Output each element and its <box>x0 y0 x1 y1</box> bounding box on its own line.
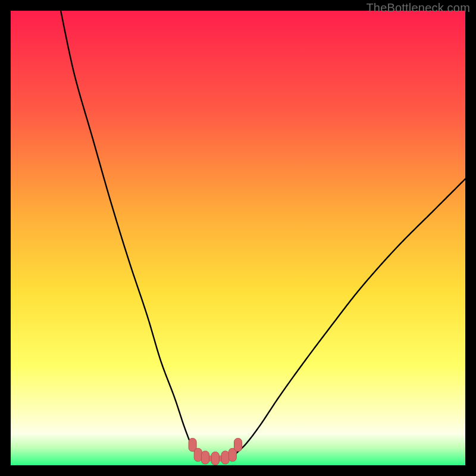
gradient-background <box>11 11 465 465</box>
data-marker <box>194 448 202 461</box>
data-marker <box>211 452 219 465</box>
data-marker <box>221 451 229 464</box>
bottleneck-chart <box>11 11 465 465</box>
watermark-text: TheBottleneck.com <box>366 1 470 15</box>
data-marker <box>201 451 209 464</box>
data-marker <box>234 439 242 452</box>
plot-frame <box>11 11 465 465</box>
